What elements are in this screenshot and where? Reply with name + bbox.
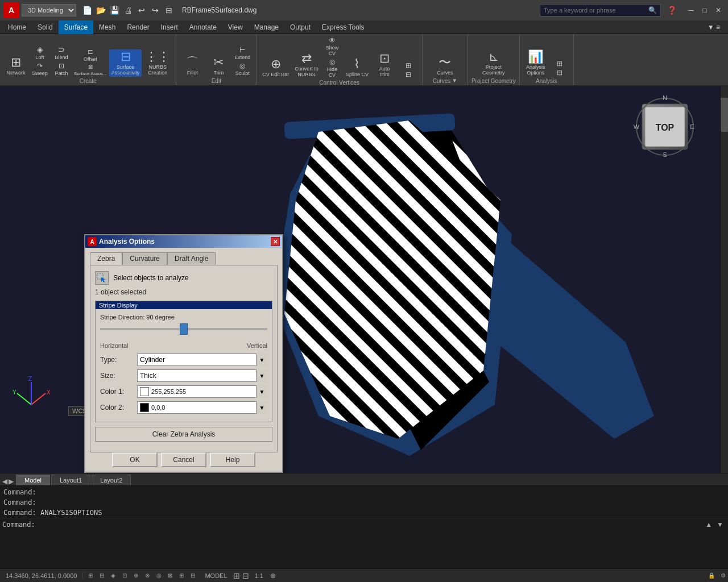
ribbon-btn-hide-cv[interactable]: ◎ HideCV: [322, 58, 342, 78]
ribbon-btn-nurbs[interactable]: ⋮⋮ NURBSCreation: [143, 49, 172, 77]
ribbon-btn-spline-cv[interactable]: ⌇ Spline CV: [344, 57, 371, 78]
status-icon-1[interactable]: ⊞: [85, 571, 96, 581]
ribbon-btn-patch[interactable]: ⊡ Patch: [51, 62, 72, 77]
size-select[interactable]: Thin Normal Thick: [137, 369, 267, 382]
status-icon-2[interactable]: ⊟: [97, 571, 107, 581]
print-icon[interactable]: ⊟: [163, 4, 175, 16]
model-icon2[interactable]: ⊟: [241, 571, 250, 580]
lock-icon[interactable]: 🔒: [706, 571, 717, 581]
status-icon-7[interactable]: ◎: [154, 571, 164, 581]
status-icon-6[interactable]: ⊗: [142, 571, 152, 581]
ribbon-btn-project[interactable]: ⊾ ProjectGeometry: [480, 49, 507, 77]
cancel-button[interactable]: Cancel: [161, 452, 206, 467]
menu-manage[interactable]: Manage: [249, 20, 284, 34]
ribbon-group-cv: ⊕ CV Edit Bar ⇄ Convert toNURBS 👁 ShowCV…: [257, 34, 423, 85]
dialog-titlebar[interactable]: A Analysis Options ✕: [85, 235, 282, 248]
help-icon[interactable]: ❓: [665, 4, 678, 16]
ribbon-btn-convert-nurbs[interactable]: ⇄ Convert toNURBS: [292, 51, 321, 78]
project-icon: ⊾: [489, 51, 499, 63]
tab-next-btn[interactable]: ▶: [9, 477, 14, 485]
settings-icon[interactable]: ⚙: [718, 571, 728, 581]
type-select[interactable]: Cylinder Plane Sphere: [137, 354, 267, 366]
tab-model[interactable]: Model: [16, 475, 50, 485]
select-objects-icon[interactable]: [95, 271, 109, 285]
redo-icon[interactable]: ↪: [149, 4, 162, 16]
status-icon-4[interactable]: ⊡: [119, 571, 130, 581]
scroll-thumb-v[interactable]: [721, 98, 728, 132]
scale-icon[interactable]: ⊕: [268, 572, 278, 580]
model-icon[interactable]: ⊞: [232, 571, 241, 580]
analysis-dialog: A Analysis Options ✕ Zebra Curvature Dra…: [84, 234, 283, 473]
menu-view[interactable]: View: [222, 20, 249, 34]
mode-dropdown[interactable]: 3D Modeling: [22, 4, 76, 16]
analysis-options-icon: 📊: [528, 51, 543, 63]
minimize-btn[interactable]: ─: [685, 4, 697, 16]
status-icon-3[interactable]: ◈: [108, 571, 118, 581]
menu-insert[interactable]: Insert: [155, 20, 184, 34]
cmd-scroll-up[interactable]: ▲: [703, 521, 714, 529]
clear-zebra-btn[interactable]: Clear Zebra Analysis: [95, 427, 272, 442]
menu-surface[interactable]: Surface: [59, 20, 93, 34]
tab-draft-angle[interactable]: Draft Angle: [167, 252, 216, 265]
status-icon-8[interactable]: ⊠: [165, 571, 175, 581]
menu-mesh[interactable]: Mesh: [93, 20, 121, 34]
ribbon-btn-network[interactable]: ⊞ Network: [3, 55, 28, 77]
tab-layout2[interactable]: Layout2: [92, 475, 131, 485]
menu-solid[interactable]: Solid: [32, 20, 59, 34]
scrollbar-vertical[interactable]: [720, 86, 728, 473]
status-icon-9[interactable]: ⊞: [176, 571, 187, 581]
ribbon-btn-analysis-extra2[interactable]: ⊟: [549, 69, 570, 77]
ribbon-btn-cv-edit[interactable]: ⊕ CV Edit Bar: [260, 57, 291, 78]
ribbon-btn-fillet[interactable]: ⌒ Fillet: [180, 55, 205, 77]
ribbon-btn-auto-trim[interactable]: ⊡ AutoTrim: [372, 51, 397, 78]
tab-prev-btn[interactable]: ◀: [2, 477, 7, 485]
ribbon-btn-cv-extra2[interactable]: ⊟: [398, 70, 419, 78]
ribbon-btn-loft[interactable]: ◈ Loft: [30, 45, 50, 61]
cmd-input[interactable]: [39, 521, 703, 529]
nav-cube[interactable]: TOP N E S W: [634, 95, 696, 158]
save-icon[interactable]: 💾: [108, 4, 121, 16]
menu-home[interactable]: Home: [2, 20, 32, 34]
menu-render[interactable]: Render: [121, 20, 155, 34]
curves-dropdown-header[interactable]: Curves ▼: [433, 77, 458, 84]
undo-icon[interactable]: ↩: [135, 4, 148, 16]
ribbon-btn-analysis-extra1[interactable]: ⊞: [549, 60, 570, 68]
tab-layout1[interactable]: Layout1: [51, 475, 90, 485]
menu-annotate[interactable]: Annotate: [184, 20, 222, 34]
ribbon-btn-sculpt[interactable]: ◎ Sculpt: [232, 62, 253, 77]
ribbon-btn-curves[interactable]: 〜 Curves: [432, 55, 457, 77]
new-icon[interactable]: 📄: [81, 4, 93, 16]
ribbon-btn-show-cv[interactable]: 👁 ShowCV: [322, 36, 342, 57]
maximize-btn[interactable]: □: [698, 4, 711, 16]
ribbon-btn-surface-assoc[interactable]: ⊟ SurfaceAssociativity: [109, 49, 142, 77]
color2-picker[interactable]: 0,0,0: [137, 401, 267, 414]
menu-output[interactable]: Output: [284, 20, 316, 34]
cmd-scroll-down[interactable]: ▼: [714, 521, 726, 529]
help-button[interactable]: Help: [210, 452, 255, 467]
app-logo[interactable]: A: [3, 2, 19, 18]
menu-extra[interactable]: ▼ ≡: [702, 20, 726, 34]
ribbon-btn-trim[interactable]: ✂ Trim: [206, 55, 231, 77]
ribbon-btn-sweep[interactable]: ↷ Sweep: [30, 62, 50, 77]
open-icon[interactable]: 📂: [94, 4, 107, 16]
color1-picker[interactable]: 255,255,255: [137, 385, 267, 398]
tab-curvature[interactable]: Curvature: [122, 252, 167, 265]
dialog-close-btn[interactable]: ✕: [271, 237, 280, 246]
cmd-line-1: Command:: [3, 487, 725, 497]
menu-express[interactable]: Express Tools: [316, 20, 370, 34]
search-input[interactable]: [544, 7, 646, 14]
ok-button[interactable]: OK: [112, 452, 158, 467]
status-icon-10[interactable]: ⊟: [188, 571, 198, 581]
ribbon-btn-blend[interactable]: ⊃ Blend: [51, 45, 72, 61]
ribbon-btn-cv-extra1[interactable]: ⊞: [398, 61, 419, 69]
ribbon-btn-offset[interactable]: ⊏ Offset: [73, 48, 108, 63]
close-btn[interactable]: ✕: [712, 4, 725, 16]
tab-zebra[interactable]: Zebra: [90, 252, 122, 265]
ribbon-btn-extend[interactable]: ⊢ Extend: [232, 46, 253, 61]
ribbon-btn-assoc[interactable]: ⊠ Surface Assoc...: [73, 64, 108, 77]
ribbon-btn-analysis-options[interactable]: 📊 AnalysisOptions: [523, 49, 548, 77]
status-icon-5[interactable]: ⊕: [131, 571, 141, 581]
stripe-direction-slider[interactable]: [100, 328, 267, 330]
plot-icon[interactable]: 🖨: [122, 4, 134, 16]
search-bar[interactable]: 🔍: [540, 4, 661, 16]
